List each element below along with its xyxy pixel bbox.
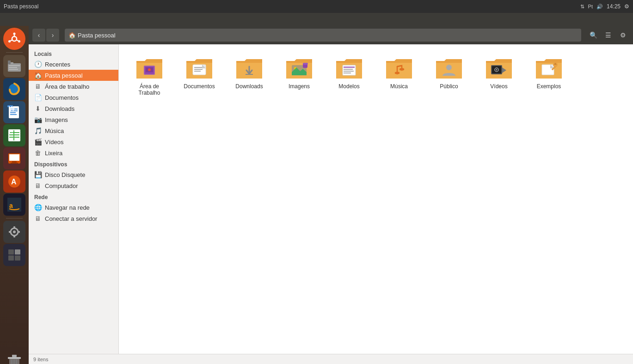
svg-text:a: a	[9, 202, 13, 209]
svg-rect-14	[8, 61, 11, 64]
svg-rect-22	[10, 114, 17, 115]
breadcrumb-home-icon: 🏠	[68, 32, 76, 39]
svg-rect-46	[8, 249, 14, 255]
svg-rect-13	[9, 69, 18, 70]
file-item-musica[interactable]: Música	[376, 52, 422, 100]
sidebar-icon-servidor: 🖥	[34, 215, 42, 222]
svg-rect-53	[11, 359, 12, 364]
svg-rect-35	[11, 163, 18, 164]
tray-settings-icon[interactable]: ⚙	[624, 3, 629, 10]
svg-rect-47	[15, 249, 20, 255]
file-item-imagens[interactable]: Imagens	[276, 52, 322, 100]
file-label-downloads: Downloads	[235, 83, 263, 90]
sidebar-label-navegar: Navegar na rede	[45, 204, 90, 211]
folder-icon-downloads	[234, 55, 264, 81]
file-item-documentos[interactable]: Documentos	[176, 52, 222, 100]
sidebar-icon-musica: 🎵	[34, 127, 42, 134]
svg-rect-49	[15, 255, 20, 261]
launcher-firefox[interactable]	[3, 78, 25, 100]
sidebar-section-dispositivos: Dispositivos	[29, 158, 118, 169]
nav-buttons: ‹ ›	[32, 29, 59, 42]
sidebar-icon-navegar: 🌐	[34, 204, 42, 211]
svg-rect-30	[13, 130, 14, 140]
svg-rect-68	[303, 63, 308, 65]
sidebar-item-imagens[interactable]: 📷 Imagens	[29, 114, 118, 125]
svg-line-6	[17, 40, 18, 41]
file-item-downloads[interactable]: Downloads	[226, 52, 272, 100]
toolbar-right: 🔍 ☰ ⚙	[587, 29, 629, 42]
file-label-area-trabalho: Área de Trabalho	[129, 83, 170, 96]
svg-rect-48	[8, 255, 14, 261]
svg-rect-21	[10, 112, 16, 113]
sidebar-item-lixeira[interactable]: 🗑 Lixeira	[29, 147, 118, 158]
svg-text:C: C	[9, 129, 13, 135]
settings-button[interactable]: ⚙	[616, 29, 629, 42]
launcher-calc[interactable]: C	[3, 124, 25, 146]
sidebar-label-servidor: Conectar a servidor	[45, 215, 97, 222]
svg-rect-52	[12, 355, 17, 357]
launcher-workspace[interactable]	[3, 244, 25, 266]
sidebar-item-disco-disquete[interactable]: 💾 Disco Disquete	[29, 169, 118, 180]
breadcrumb-bar: 🏠 Pasta pessoal	[65, 29, 581, 42]
breadcrumb-item[interactable]: Pasta pessoal	[78, 32, 116, 39]
folder-icon-area-trabalho	[135, 55, 164, 81]
launcher-separator-1	[6, 52, 23, 53]
folder-icon-exemplos	[534, 55, 564, 81]
svg-rect-70	[344, 67, 355, 68]
sidebar-item-conectar-servidor[interactable]: 🖥 Conectar a servidor	[29, 213, 118, 224]
view-menu-button[interactable]: ☰	[602, 29, 615, 42]
svg-rect-55	[16, 359, 17, 364]
svg-rect-33	[9, 154, 19, 161]
svg-point-75	[446, 65, 452, 70]
file-label-videos: Vídeos	[490, 83, 507, 90]
main-files: Área de Trabalho	[119, 44, 633, 354]
sidebar-section-locais: Locais	[29, 48, 118, 59]
sidebar: Locais 🕐 Recentes 🏠 Pasta pessoal 🖥 Área…	[29, 44, 119, 354]
statusbar: 9 itens	[29, 354, 633, 364]
svg-rect-64	[246, 74, 253, 75]
sidebar-icon-computador: 🖥	[34, 182, 42, 189]
file-manager: ‹ › 🏠 Pasta pessoal 🔍 ☰ ⚙	[29, 26, 633, 364]
tray-network-icon: ⇅	[580, 4, 584, 10]
folder-icon-modelos	[334, 55, 364, 81]
sidebar-item-documentos[interactable]: 📄 Documentos	[29, 92, 118, 103]
launcher-system-tools[interactable]	[3, 221, 25, 243]
sidebar-item-recentes[interactable]: 🕐 Recentes	[29, 59, 118, 70]
sidebar-icon-videos: 🎬	[34, 138, 42, 146]
sidebar-item-navegar-rede[interactable]: 🌐 Navegar na rede	[29, 202, 118, 213]
svg-point-16	[12, 87, 17, 91]
sidebar-item-pasta-pessoal[interactable]: 🏠 Pasta pessoal	[29, 70, 118, 81]
launcher-amazon[interactable]: a	[3, 194, 25, 216]
sidebar-item-downloads[interactable]: ⬇ Downloads	[29, 103, 118, 114]
back-button[interactable]: ‹	[32, 29, 45, 42]
sidebar-icon-downloads: ⬇	[34, 105, 42, 112]
sidebar-item-videos[interactable]: 🎬 Vídeos	[29, 136, 118, 147]
launcher-separator-2	[6, 218, 23, 218]
folder-icon-publico	[434, 55, 464, 81]
launcher-file-manager[interactable]	[3, 55, 25, 77]
svg-line-7	[11, 40, 12, 41]
launcher-appstore[interactable]: A	[3, 170, 25, 193]
file-item-videos[interactable]: Vídeos	[476, 52, 522, 100]
launcher: W C	[0, 26, 29, 364]
sidebar-label-computador: Computador	[45, 182, 78, 189]
sidebar-item-area-trabalho[interactable]: 🖥 Área de trabalho	[29, 81, 118, 92]
launcher-writer[interactable]: W	[3, 101, 25, 123]
forward-button[interactable]: ›	[46, 29, 59, 42]
folder-icon-documentos	[184, 55, 214, 81]
file-item-exemplos[interactable]: Exemplos	[526, 52, 572, 100]
file-item-publico[interactable]: Público	[426, 52, 472, 100]
sidebar-icon-documentos: 📄	[34, 94, 42, 101]
file-item-area-trabalho[interactable]: Área de Trabalho	[126, 52, 172, 100]
search-button[interactable]: 🔍	[587, 29, 600, 42]
file-label-musica: Música	[390, 83, 408, 90]
sidebar-label-musica: Música	[45, 127, 64, 134]
file-item-modelos[interactable]: Modelos	[326, 52, 372, 100]
launcher-ubuntu[interactable]	[3, 28, 25, 50]
sidebar-item-musica[interactable]: 🎵 Música	[29, 125, 118, 136]
sidebar-item-computador[interactable]: 🖥 Computador	[29, 180, 118, 191]
sidebar-label-videos: Vídeos	[45, 139, 63, 146]
launcher-trash[interactable]	[3, 351, 25, 364]
launcher-impress[interactable]	[3, 147, 25, 170]
svg-rect-42	[13, 226, 15, 229]
